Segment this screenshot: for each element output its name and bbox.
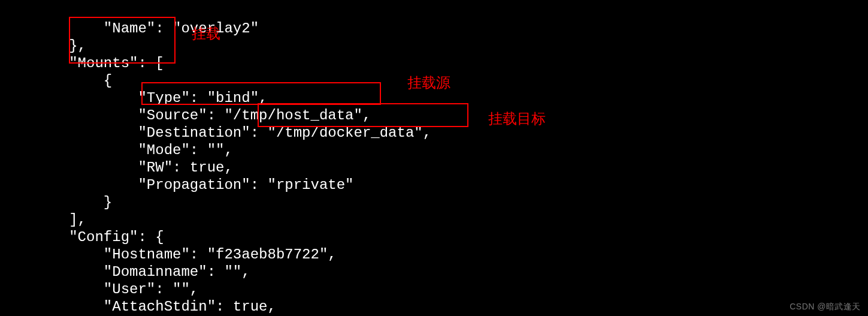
code-line: "Domainname": "", — [0, 264, 250, 280]
watermark-text: CSDN @暗武逢天 — [790, 302, 861, 312]
code-line: "Propagation": "rprivate" — [0, 177, 354, 193]
code-line: }, — [0, 38, 86, 54]
code-line: "Source": "/tmp/host_data", — [0, 107, 371, 124]
terminal-output: "Name": "overlay2" }, "Mounts": [ { "Typ… — [0, 0, 868, 316]
code-line: "RW": true, — [0, 159, 233, 176]
code-line: "Mode": "", — [0, 142, 233, 158]
code-line: "Destination": "/tmp/docker_data", — [0, 125, 431, 141]
code-line: { — [0, 73, 112, 89]
code-line: "Mounts": [ — [0, 55, 164, 71]
annotation-source: 挂载源 — [407, 73, 450, 92]
code-line: "Hostname": "f23aeb8b7722", — [0, 246, 337, 263]
code-line: ], — [0, 212, 86, 228]
code-line: } — [0, 194, 112, 210]
code-line: "Config": { — [0, 229, 164, 245]
code-line: "Type": "bind", — [0, 90, 267, 106]
annotation-mounts: 挂载 — [192, 24, 220, 43]
code-line: "AttachStdin": true, — [0, 299, 276, 315]
annotation-destination: 挂载目标 — [488, 109, 546, 128]
code-line: "User": "", — [0, 281, 198, 297]
